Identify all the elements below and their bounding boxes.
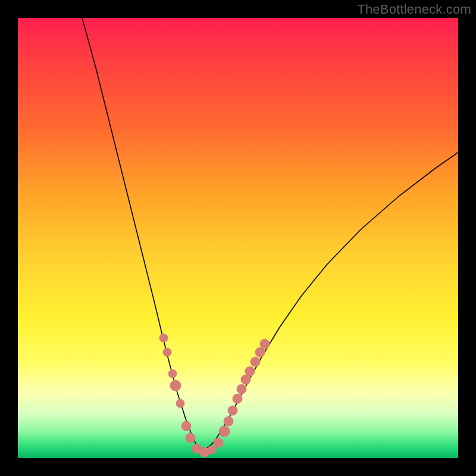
- data-marker: [237, 384, 246, 394]
- data-marker: [233, 394, 242, 403]
- data-marker: [224, 416, 233, 426]
- data-marker: [255, 347, 265, 357]
- data-marker: [159, 334, 168, 342]
- data-marker: [241, 375, 250, 384]
- data-marker: [260, 339, 270, 349]
- data-marker: [181, 421, 191, 431]
- data-marker: [228, 406, 237, 415]
- data-marker: [214, 438, 223, 447]
- data-marker: [168, 369, 177, 378]
- chart-container: TheBottleneck.com: [0, 0, 476, 476]
- data-marker: [245, 367, 255, 376]
- data-marker: [186, 433, 195, 443]
- curve-right-branch: [200, 152, 458, 450]
- data-marker: [170, 380, 181, 391]
- watermark-text: TheBottleneck.com: [357, 2, 471, 17]
- chart-overlay: [18, 18, 458, 458]
- curve-left-branch: [82, 18, 200, 450]
- data-marker: [250, 357, 260, 367]
- data-marker: [208, 446, 216, 454]
- data-marker: [176, 399, 184, 408]
- data-markers: [159, 334, 270, 457]
- data-marker: [163, 348, 171, 356]
- data-marker: [219, 426, 230, 437]
